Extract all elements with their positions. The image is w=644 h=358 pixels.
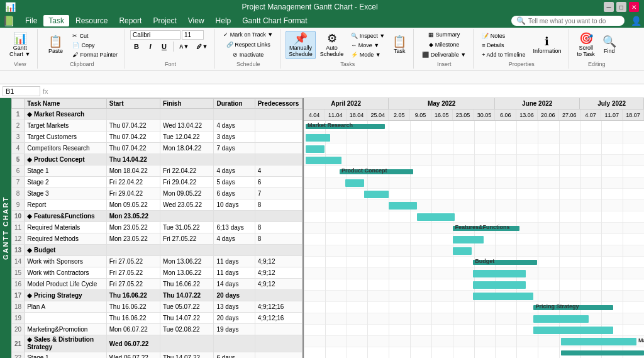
menu-gantt-format[interactable]: Gantt Chart Format	[237, 15, 312, 26]
gantt-bar[interactable]	[306, 157, 341, 164]
format-painter-button[interactable]: 🖌 Format Painter	[69, 50, 121, 59]
gantt-bar[interactable]	[533, 315, 588, 323]
row-number: 19	[12, 313, 25, 324]
mode-button[interactable]: ⚡ Mode ▼	[348, 50, 388, 59]
table-row[interactable]: 3Target CustomersThu 07.04.22Tue 12.04.2…	[12, 131, 303, 143]
gantt-bar[interactable]	[561, 350, 644, 355]
underline-button[interactable]: U	[158, 41, 170, 52]
table-row[interactable]: 9ReportMon 09.05.22Wed 23.05.2210 days8	[12, 199, 303, 211]
name-box[interactable]	[3, 86, 40, 96]
gantt-bar[interactable]	[453, 236, 483, 243]
table-row[interactable]: 14Work with SponsorsFri 27.05.22Mon 13.0…	[12, 256, 303, 267]
table-row[interactable]: 16Model Product Life CycleFri 27.05.22Th…	[12, 279, 303, 290]
table-row[interactable]: 6Stage 1Mon 18.04.22Fri 22.04.224 days4	[12, 165, 303, 177]
table-row[interactable]: 10◆ Features&FunctionsMon 23.05.22	[12, 211, 303, 222]
gantt-bar-label: Pricing Strategy	[535, 303, 579, 310]
menu-task[interactable]: Task	[43, 15, 69, 26]
formula-input[interactable]	[51, 87, 641, 95]
mark-on-track-button[interactable]: ✓ Mark on Track ▼	[220, 30, 276, 39]
gantt-bar[interactable]	[561, 338, 636, 345]
gantt-bar[interactable]	[473, 281, 526, 289]
gantt-grid-line	[367, 121, 368, 358]
gantt-bar[interactable]	[473, 270, 526, 277]
gantt-chart-button[interactable]: 📊 GanttChart ▼	[6, 31, 33, 60]
manually-schedule-button[interactable]: 📌 ManuallySchedule	[286, 31, 316, 60]
duration-cell	[214, 109, 255, 120]
table-row[interactable]: 17◆ Pricing StrategyThu 16.06.22Thu 14.0…	[12, 290, 303, 301]
table-row[interactable]: 19Thu 16.06.22Thu 14.07.2220 days4;9;12;…	[12, 313, 303, 324]
move-button[interactable]: ↔ Move ▼	[348, 41, 388, 50]
table-row[interactable]: 11Required MaterialsMon 23.05.22Tue 31.0…	[12, 222, 303, 233]
respect-links-button[interactable]: 🔗 Respect Links	[223, 40, 274, 49]
search-input[interactable]	[528, 18, 619, 25]
gantt-bar[interactable]	[345, 179, 364, 187]
information-button[interactable]: ℹ Information	[530, 34, 564, 57]
table-row[interactable]: 5◆ Product ConceptThu 14.04.22	[12, 154, 303, 165]
table-row[interactable]: 20Marketing&PromotionMon 06.07.22Tue 02.…	[12, 324, 303, 335]
menu-report[interactable]: Report	[114, 15, 147, 26]
table-row[interactable]: 13◆ Budget	[12, 245, 303, 256]
table-row[interactable]: 18Plan AThu 16.06.22Tue 05.07.2213 days4…	[12, 301, 303, 313]
gantt-grid-line	[431, 121, 432, 358]
italic-button[interactable]: I	[144, 41, 157, 52]
table-row[interactable]: 21◆ Sales & Distribution StrategyWed 06.…	[12, 335, 303, 352]
inactivate-button[interactable]: ⊘ Inactivate	[230, 50, 267, 59]
close-button[interactable]: ✕	[629, 2, 639, 12]
gantt-bar[interactable]	[364, 191, 389, 198]
font-color-button[interactable]: A▼	[176, 41, 192, 52]
gantt-bar[interactable]	[473, 293, 533, 300]
table-row[interactable]: 7Stage 2Fri 22.04.22Fri 29.04.225 days6	[12, 177, 303, 188]
table-row[interactable]: 22Stage 1Wed 06.07.22Thu 14.07.226 days	[12, 352, 303, 359]
gantt-bar[interactable]	[389, 202, 417, 210]
search-box[interactable]: 🔍	[511, 16, 625, 26]
paste-button[interactable]: 📋 Paste	[43, 34, 68, 57]
menu-project[interactable]: Project	[148, 15, 181, 26]
menu-view[interactable]: View	[183, 15, 209, 26]
search-icon: 🔍	[516, 16, 526, 25]
gantt-bar[interactable]	[417, 213, 455, 221]
table-row[interactable]: 8Stage 3Fri 29.04.22Mon 09.05.226 days7	[12, 188, 303, 199]
add-to-timeline-button[interactable]: + Add to Timeline	[479, 50, 528, 59]
finish-cell: Fri 27.05.22	[160, 233, 214, 245]
table-row[interactable]: 4Competitors ResearchThu 07.04.22Mon 18.…	[12, 143, 303, 154]
row-number: 8	[12, 188, 25, 199]
ribbon-group-insert: ▦ Summary ◆ Milestone ⬛ Deliverable ▼ In…	[415, 29, 474, 69]
font-name-input[interactable]	[130, 30, 180, 40]
task-button[interactable]: 📋 Task	[389, 34, 409, 57]
details-button[interactable]: ≡ Details	[479, 41, 528, 50]
table-row[interactable]: 15Work with ContractorsFri 27.05.22Mon 1…	[12, 267, 303, 279]
inspect-button[interactable]: 🔍 Inspect ▼	[348, 31, 388, 40]
highlight-button[interactable]: 🖊▼	[193, 41, 211, 52]
gantt-bar-label: Marketing&Promo	[638, 337, 644, 344]
table-row[interactable]: 12Required MethodsMon 23.05.22Fri 27.05.…	[12, 233, 303, 245]
summary-button[interactable]: ▦ Summary	[425, 30, 463, 39]
auto-schedule-button[interactable]: ⚙ AutoSchedule	[317, 31, 347, 60]
menu-resource[interactable]: Resource	[70, 15, 113, 26]
gantt-week: 30.05	[474, 109, 496, 121]
task-name-cell	[25, 313, 107, 324]
menu-help[interactable]: Help	[211, 15, 236, 26]
table-row[interactable]: 1◆ Market Research	[12, 109, 303, 120]
notes-button[interactable]: 📝 Notes	[479, 31, 528, 40]
cut-button[interactable]: ✂ Cut	[69, 31, 121, 40]
deliverable-button[interactable]: ⬛ Deliverable ▼	[419, 50, 469, 59]
gantt-bar[interactable]	[453, 247, 472, 255]
gantt-grid-line	[389, 121, 389, 358]
copy-button[interactable]: 📄 Copy	[69, 41, 121, 50]
schedule-row2: 🔗 Respect Links	[223, 40, 274, 49]
find-button[interactable]: 🔍 Find	[599, 34, 619, 57]
share-icon[interactable]: 👤	[631, 16, 641, 26]
gantt-bar[interactable]	[306, 145, 325, 153]
font-size-input[interactable]	[182, 30, 204, 40]
maximize-button[interactable]: □	[616, 2, 626, 12]
bold-button[interactable]: B	[130, 41, 143, 52]
scroll-to-task-button[interactable]: 🎯 Scrollto Task	[574, 31, 598, 60]
finish-cell: Wed 23.05.22	[160, 199, 214, 211]
menu-file[interactable]: File	[20, 15, 42, 26]
table-row[interactable]: 2Target MarketsThu 07.04.22Wed 13.04.224…	[12, 120, 303, 131]
gantt-bar[interactable]	[533, 327, 613, 334]
task-name-cell: Plan A	[25, 301, 107, 313]
minimize-button[interactable]: ─	[604, 2, 614, 12]
milestone-button[interactable]: ◆ Milestone	[426, 40, 462, 49]
gantt-bar[interactable]	[306, 134, 330, 142]
